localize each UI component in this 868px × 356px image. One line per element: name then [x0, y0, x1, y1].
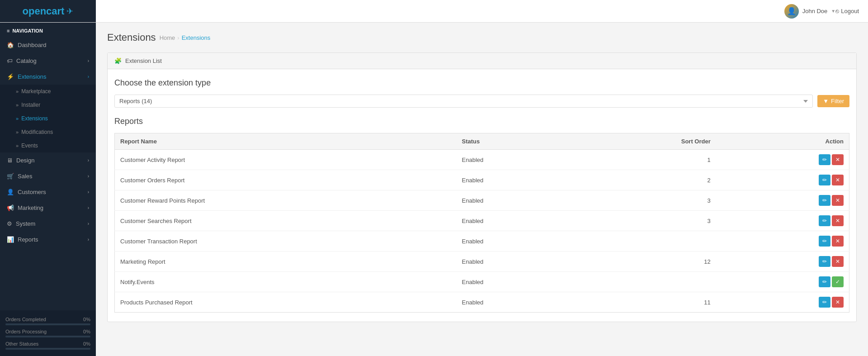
cell-status: Enabled [457, 211, 572, 231]
sidebar-item-extensions[interactable]: ⚡ Extensions › [0, 69, 96, 85]
logo-text: opencart [23, 5, 65, 17]
edit-button[interactable]: ✏ [819, 195, 830, 206]
cell-actions: ✏✕ [716, 231, 849, 252]
cell-actions: ✏✕ [716, 190, 849, 211]
sidebar-sub-installer[interactable]: Installer [0, 98, 96, 112]
progress-value: 0% [83, 341, 90, 347]
cell-actions: ✏✓ [716, 272, 849, 292]
sidebar-sub-marketplace[interactable]: Marketplace [0, 85, 96, 98]
table-row: Customer Transaction Report Enabled ✏✕ [115, 231, 849, 252]
cell-sort-order [572, 272, 716, 292]
card-header-label: Extension List [125, 57, 162, 64]
table-row: Notify.Events Enabled ✏✓ [115, 272, 849, 292]
sidebar-item-label: Reports [18, 236, 38, 243]
sidebar-sub-events[interactable]: Events [0, 139, 96, 152]
nav-label: ≡ NAVIGATION [0, 23, 96, 37]
cell-status: Enabled [457, 170, 572, 190]
sidebar-item-reports[interactable]: 📊 Reports › [0, 232, 96, 247]
chevron-right-icon: › [88, 190, 89, 195]
cell-sort-order: 2 [572, 170, 716, 190]
reports-icon: 📊 [7, 236, 14, 243]
sidebar-item-dashboard[interactable]: 🏠 Dashboard [0, 37, 96, 53]
chevron-right-icon: › [88, 221, 89, 226]
sidebar-item-label: Sales [18, 173, 33, 180]
sidebar-item-sales[interactable]: 🛒 Sales › [0, 168, 96, 184]
edit-button[interactable]: ✏ [819, 175, 830, 185]
chevron-right-icon: › [88, 58, 89, 63]
main-layout: ≡ NAVIGATION 🏠 Dashboard 🏷 Catalog › ⚡ E… [0, 23, 868, 356]
cell-report-name: Marketing Report [115, 252, 457, 272]
cell-report-name: Customer Orders Report [115, 170, 457, 190]
cell-sort-order: 1 [572, 150, 716, 170]
table-header: Report Name Status Sort Order Action [115, 133, 849, 150]
cell-report-name: Customer Reward Points Report [115, 190, 457, 211]
chevron-right-icon: › [88, 237, 89, 242]
user-dropdown-arrow: ▼ [831, 9, 835, 14]
marketing-icon: 📢 [7, 204, 14, 211]
dashboard-icon: 🏠 [7, 42, 14, 48]
progress-orders-processing: Orders Processing 0% [0, 327, 96, 339]
progress-value: 0% [83, 329, 90, 334]
delete-button[interactable]: ✕ [832, 215, 844, 226]
reports-section-title: Reports [114, 117, 849, 126]
page-title: Extensions [107, 32, 156, 43]
top-header: opencart ✈ 👤 John Doe ▼ ⎋ Logout [0, 0, 868, 23]
delete-button[interactable]: ✕ [832, 154, 844, 165]
delete-button[interactable]: ✕ [832, 195, 844, 206]
progress-orders-completed: Orders Completed 0% [0, 315, 96, 327]
choose-type-title: Choose the extension type [114, 78, 849, 88]
delete-button[interactable]: ✕ [832, 256, 844, 267]
progress-label-text: Orders Completed [5, 317, 46, 322]
edit-button[interactable]: ✏ [819, 215, 830, 226]
card-header: 🧩 Extension List [108, 53, 856, 69]
bars-icon: ≡ [7, 28, 9, 33]
sidebar-item-label: Dashboard [18, 42, 47, 48]
sidebar-item-marketing[interactable]: 📢 Marketing › [0, 200, 96, 216]
delete-button[interactable]: ✕ [832, 175, 844, 185]
edit-button[interactable]: ✏ [819, 154, 830, 165]
card-body: Choose the extension type Reports (14) ▼… [108, 69, 856, 322]
reports-table: Report Name Status Sort Order Action Cus… [114, 133, 849, 313]
breadcrumb-separator: › [177, 34, 179, 41]
puzzle-icon: 🧩 [114, 57, 122, 64]
progress-value: 0% [83, 317, 90, 322]
col-action: Action [716, 133, 849, 150]
chevron-right-icon: › [88, 205, 89, 210]
progress-other-statuses: Other Statuses 0% [0, 339, 96, 351]
logo-area: opencart ✈ [0, 0, 96, 22]
delete-button[interactable]: ✕ [832, 236, 844, 247]
sidebar-item-label: System [16, 220, 35, 227]
table-row: Customer Activity Report Enabled 1 ✏✕ [115, 150, 849, 170]
sidebar-item-design[interactable]: 🖥 Design › [0, 152, 96, 168]
sidebar-item-label: Customers [18, 189, 46, 195]
edit-button[interactable]: ✏ [819, 297, 830, 308]
breadcrumb-home[interactable]: Home [160, 34, 175, 41]
sidebar-sub-modifications[interactable]: Modifications [0, 125, 96, 139]
edit-button[interactable]: ✏ [819, 256, 830, 267]
sidebar-item-system[interactable]: ⚙ System › [0, 216, 96, 232]
cell-report-name: Customer Transaction Report [115, 231, 457, 252]
col-status: Status [457, 133, 572, 150]
header-right: 👤 John Doe ▼ ⎋ Logout [96, 0, 868, 22]
delete-button[interactable]: ✕ [832, 297, 844, 308]
filter-button[interactable]: ▼ Filter [817, 95, 849, 107]
sidebar-sub-extensions[interactable]: Extensions [0, 112, 96, 125]
edit-button[interactable]: ✏ [819, 276, 830, 287]
sidebar-item-catalog[interactable]: 🏷 Catalog › [0, 53, 96, 69]
sidebar: ≡ NAVIGATION 🏠 Dashboard 🏷 Catalog › ⚡ E… [0, 23, 96, 356]
sidebar-item-customers[interactable]: 👤 Customers › [0, 184, 96, 200]
extension-type-select[interactable]: Reports (14) [114, 95, 813, 108]
cell-sort-order: 11 [572, 292, 716, 313]
extension-list-card: 🧩 Extension List Choose the extension ty… [107, 52, 857, 322]
logout-button[interactable]: ⎋ Logout [835, 8, 859, 14]
enable-button[interactable]: ✓ [832, 276, 844, 287]
user-info[interactable]: 👤 John Doe ▼ [784, 4, 836, 19]
table-row: Customer Orders Report Enabled 2 ✏✕ [115, 170, 849, 190]
sidebar-item-label: Catalog [16, 57, 37, 64]
progress-label-text: Other Statuses [5, 341, 38, 347]
edit-button[interactable]: ✏ [819, 236, 830, 247]
cell-status: Enabled [457, 231, 572, 252]
cell-actions: ✏✕ [716, 292, 849, 313]
catalog-icon: 🏷 [7, 57, 13, 64]
cell-report-name: Products Purchased Report [115, 292, 457, 313]
